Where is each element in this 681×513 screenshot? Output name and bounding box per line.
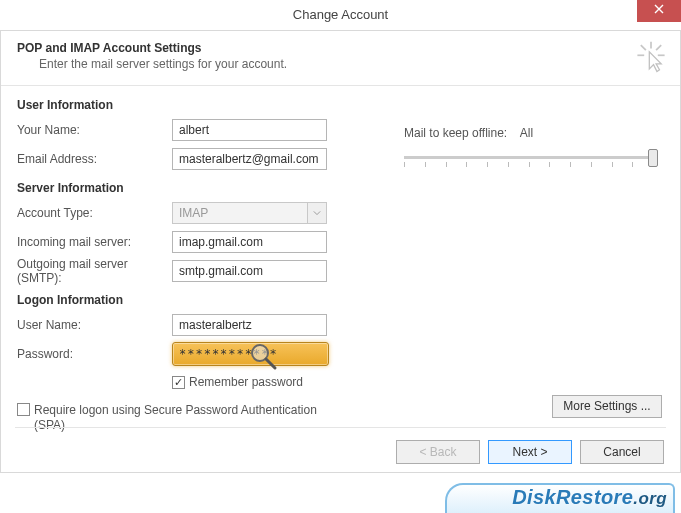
label-user-name: User Name:: [17, 318, 172, 332]
account-type-value: IMAP: [172, 202, 327, 224]
back-button[interactable]: < Back: [396, 440, 480, 464]
watermark-text2: .org: [633, 489, 667, 508]
row-email: Email Address:: [17, 147, 377, 171]
label-email: Email Address:: [17, 152, 172, 166]
change-account-window: Change Account POP and IMAP Account Sett…: [0, 0, 681, 513]
close-button[interactable]: [637, 0, 681, 22]
your-name-input[interactable]: [172, 119, 327, 141]
watermark-text1: DiskRestore: [512, 486, 633, 508]
section-logon-info: Logon Information: [17, 293, 377, 307]
password-input[interactable]: ************: [172, 342, 329, 366]
remember-checkbox[interactable]: [172, 376, 185, 389]
cancel-button[interactable]: Cancel: [580, 440, 664, 464]
label-your-name: Your Name:: [17, 123, 172, 137]
user-name-input[interactable]: [172, 314, 327, 336]
incoming-input[interactable]: [172, 231, 327, 253]
separator-line: [15, 427, 666, 428]
watermark: DiskRestore.org: [512, 486, 667, 509]
password-value: ************: [179, 347, 278, 361]
svg-line-4: [656, 45, 661, 50]
row-your-name: Your Name:: [17, 118, 377, 142]
row-incoming: Incoming mail server:: [17, 230, 377, 254]
footer-buttons: < Back Next > Cancel: [396, 440, 664, 464]
header-subtitle: Enter the mail server settings for your …: [39, 57, 664, 71]
account-type-combo: IMAP: [172, 202, 327, 224]
row-outgoing: Outgoing mail server (SMTP):: [17, 259, 377, 283]
more-settings-button[interactable]: More Settings ...: [552, 395, 662, 418]
label-incoming: Incoming mail server:: [17, 235, 172, 249]
label-spa: Require logon using Secure Password Auth…: [34, 403, 334, 433]
row-user-name: User Name:: [17, 313, 377, 337]
mail-keep-row: Mail to keep offline: All: [404, 126, 664, 140]
outgoing-input[interactable]: [172, 260, 327, 282]
chevron-down-icon: [313, 209, 321, 217]
row-account-type: Account Type: IMAP: [17, 201, 377, 225]
left-column: User Information Your Name: Email Addres…: [17, 98, 377, 433]
header-title: POP and IMAP Account Settings: [17, 41, 664, 55]
window-title: Change Account: [0, 0, 681, 30]
label-account-type: Account Type:: [17, 206, 172, 220]
row-password: Password: ************: [17, 342, 377, 366]
form-area: User Information Your Name: Email Addres…: [1, 86, 680, 396]
slider-ticks: [404, 162, 654, 167]
close-icon: [654, 4, 664, 14]
next-button[interactable]: Next >: [488, 440, 572, 464]
row-remember: Remember password: [172, 371, 377, 393]
titlebar: Change Account: [0, 0, 681, 30]
right-column: Mail to keep offline: All: [404, 126, 664, 159]
mail-keep-slider[interactable]: [404, 156, 654, 159]
section-user-info: User Information: [17, 98, 377, 112]
mail-keep-value: All: [520, 126, 533, 140]
svg-line-3: [641, 45, 646, 50]
cursor-pointer-icon: [634, 39, 668, 75]
header-strip: POP and IMAP Account Settings Enter the …: [1, 31, 680, 86]
label-password: Password:: [17, 347, 172, 361]
label-remember: Remember password: [189, 375, 303, 390]
email-input[interactable]: [172, 148, 327, 170]
section-server-info: Server Information: [17, 181, 377, 195]
dialog-body: POP and IMAP Account Settings Enter the …: [0, 30, 681, 473]
slider-thumb[interactable]: [648, 149, 658, 167]
row-spa: Require logon using Secure Password Auth…: [17, 403, 377, 433]
label-mail-keep: Mail to keep offline:: [404, 126, 507, 140]
account-type-dropdown-button[interactable]: [307, 202, 327, 224]
label-outgoing: Outgoing mail server (SMTP):: [17, 257, 172, 285]
spa-checkbox[interactable]: [17, 403, 30, 416]
